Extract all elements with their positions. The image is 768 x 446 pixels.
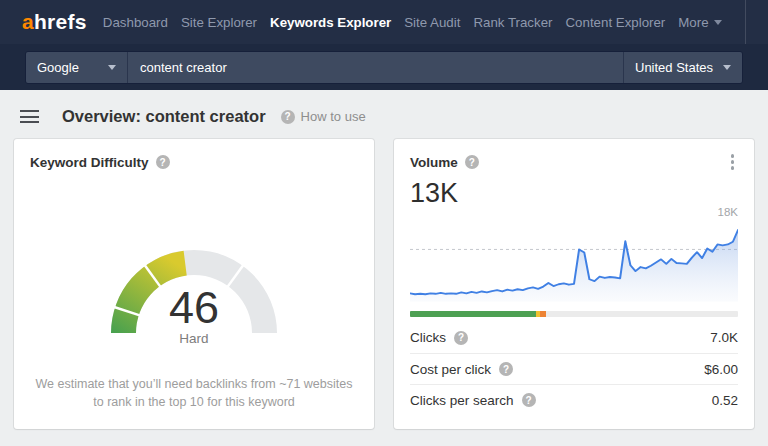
chart-ymax-label: 18K (410, 205, 738, 219)
page-title: Overview: content creator (62, 107, 266, 126)
stat-row-clicks-per-search: Clicks per search0.52 (410, 384, 738, 415)
kd-card-header: Keyword Difficulty (30, 153, 358, 171)
kd-note: We estimate that you’ll need backlinks f… (30, 375, 358, 415)
top-navigation: ahrefs DashboardSite ExplorerKeywords Ex… (0, 0, 768, 44)
stat-value: 0.52 (712, 393, 738, 408)
how-to-use-label: How to use (301, 109, 366, 124)
page-header: Overview: content creator How to use (14, 90, 754, 139)
volume-stats: Clicks7.0KCost per click$6.00Clicks per … (410, 322, 738, 415)
clicks-bar-segment-other (540, 311, 546, 317)
help-icon[interactable] (522, 393, 536, 407)
volume-card-header: Volume (410, 153, 738, 171)
metric-cards: Keyword Difficulty 46 Hard W (14, 139, 754, 429)
keyword-search-input[interactable] (128, 52, 623, 83)
search-engine-select[interactable]: Google (26, 52, 128, 83)
nav-item-rank-tracker[interactable]: Rank Tracker (473, 15, 552, 30)
nav-item-content-explorer[interactable]: Content Explorer (566, 15, 666, 30)
question-mark-icon (281, 110, 295, 124)
nav-item-more[interactable]: More (678, 15, 721, 30)
help-icon[interactable] (499, 362, 513, 376)
search-strip: Google United States (25, 51, 743, 84)
chevron-down-icon (723, 65, 731, 70)
stat-value: 7.0K (710, 330, 738, 345)
kd-note-line1: We estimate that you’ll need backlinks f… (30, 375, 358, 393)
help-icon[interactable] (156, 155, 170, 169)
volume-card: Volume 13K 18K Clicks7.0KCost per click$… (394, 139, 754, 429)
help-icon[interactable] (465, 155, 479, 169)
country-value: United States (635, 60, 713, 75)
page-content: Overview: content creator How to use Key… (0, 90, 768, 429)
nav-item-site-audit[interactable]: Site Audit (404, 15, 460, 30)
stat-row-cost-per-click: Cost per click$6.00 (410, 353, 738, 384)
nav-divider (745, 0, 746, 44)
chevron-down-icon (714, 20, 722, 25)
clicks-distribution-bar (410, 311, 738, 317)
kd-gauge: 46 Hard (30, 193, 358, 345)
clicks-bar-segment-organic (410, 311, 536, 317)
chart-area-fill (410, 230, 738, 301)
search-engine-value: Google (37, 60, 79, 75)
help-icon[interactable] (454, 331, 468, 345)
ahrefs-logo[interactable]: ahrefs (22, 10, 87, 34)
volume-trend-chart (410, 220, 738, 301)
logo-rest: hrefs (34, 10, 87, 33)
logo-letter-a: a (22, 10, 34, 33)
stat-value: $6.00 (704, 362, 738, 377)
country-select[interactable]: United States (623, 52, 742, 83)
stat-row-clicks: Clicks7.0K (410, 322, 738, 353)
nav-item-dashboard[interactable]: Dashboard (103, 15, 168, 30)
kebab-menu-icon[interactable] (727, 152, 739, 172)
how-to-use-link[interactable]: How to use (281, 109, 366, 124)
nav-item-keywords-explorer[interactable]: Keywords Explorer (270, 15, 391, 30)
menu-hamburger-icon[interactable] (20, 110, 39, 123)
nav-items: DashboardSite ExplorerKeywords ExplorerS… (103, 13, 735, 31)
kd-gauge-svg: 46 Hard (44, 193, 344, 345)
kd-card-title: Keyword Difficulty (30, 155, 149, 170)
stat-label: Clicks per search (410, 393, 514, 408)
keyword-difficulty-card: Keyword Difficulty 46 Hard W (14, 139, 374, 429)
kd-note-line2: to rank in the top 10 for this keyword (30, 393, 358, 411)
search-bar: Google United States (0, 44, 768, 90)
stat-label: Cost per click (410, 362, 491, 377)
stat-label: Clicks (410, 330, 446, 345)
volume-card-title: Volume (410, 155, 458, 170)
kd-value: 46 (169, 282, 219, 333)
nav-item-site-explorer[interactable]: Site Explorer (181, 15, 257, 30)
chevron-down-icon (108, 65, 116, 70)
kd-value-label: Hard (179, 331, 208, 345)
